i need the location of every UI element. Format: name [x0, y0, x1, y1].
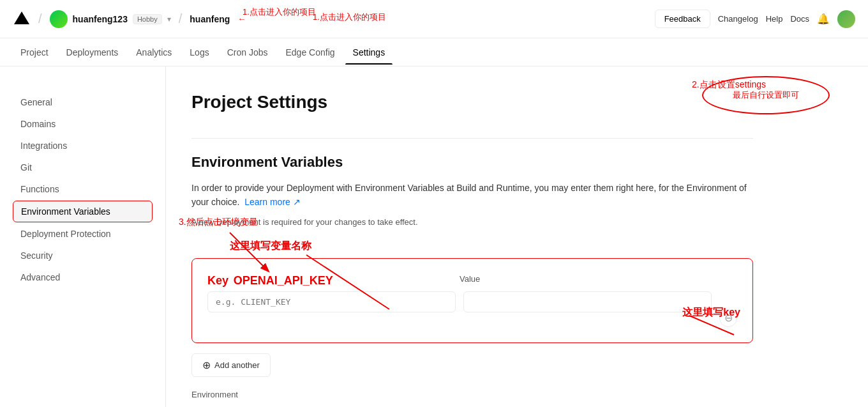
value-label: Value [460, 274, 704, 288]
nav-deployments[interactable]: Deployments [59, 41, 126, 64]
feedback-button[interactable]: Feedback [655, 10, 710, 28]
nav-analytics[interactable]: Analytics [128, 41, 179, 64]
env-form-row: ⊖ [207, 291, 737, 327]
add-another-label: Add another [214, 360, 260, 370]
sidebar-item-env-vars[interactable]: Environment Variables [13, 201, 153, 222]
separator-1: / [38, 12, 42, 26]
nav-project[interactable]: Project [13, 41, 56, 64]
key-input[interactable] [207, 291, 456, 312]
value-field-group [463, 291, 712, 312]
sidebar: General Domains Integrations Git Functio… [0, 66, 166, 407]
chevron-down-icon[interactable]: ▾ [167, 15, 171, 24]
sidebar-item-domains[interactable]: Domains [13, 114, 153, 134]
content-wrapper: Project Settings Environment Variables I… [166, 66, 868, 407]
environment-label: Environment [191, 390, 753, 399]
sidebar-item-functions[interactable]: Functions [13, 179, 153, 199]
nav-bar: Project Deployments Analytics Logs Cron … [0, 38, 868, 66]
nav-cron-jobs[interactable]: Cron Jobs [220, 41, 276, 64]
value-input[interactable] [463, 291, 712, 312]
env-var-form: Key OPENAI_API_KEY Value ⊖ [191, 258, 753, 343]
sidebar-item-advanced[interactable]: Advanced [13, 267, 153, 288]
separator-2: / [179, 12, 183, 26]
annotation-fill-name-row: 这里填写变量名称 [191, 240, 753, 253]
sidebar-item-deployment-protection[interactable]: Deployment Protection [13, 224, 153, 244]
key-value-annotation: OPENAI_API_KEY [234, 274, 333, 287]
svg-marker-0 [14, 12, 29, 24]
content-area: Project Settings Environment Variables I… [166, 66, 779, 407]
nav-settings[interactable]: Settings [345, 41, 393, 64]
notifications-icon[interactable]: 🔔 [817, 13, 830, 25]
header: / huanfeng123 Hobby ▾ / huanfeng ← Feedb… [0, 0, 868, 38]
annotation-step1: 1.点击进入你的项目 [243, 6, 316, 18]
project-name[interactable]: huanfeng [190, 14, 230, 24]
nav-edge-config[interactable]: Edge Config [278, 41, 342, 64]
page-title: Project Settings [191, 92, 753, 112]
header-left: / huanfeng123 Hobby ▾ / huanfeng ← [13, 9, 647, 29]
add-icon: ⊕ [202, 359, 211, 371]
key-field-group [207, 291, 456, 312]
help-link[interactable]: Help [766, 14, 783, 24]
user-menu-avatar[interactable] [837, 10, 855, 28]
remove-env-var-button[interactable]: ⊖ [719, 309, 737, 327]
deployment-note: A new Deployment is required for your ch… [191, 217, 753, 227]
divider [191, 138, 753, 139]
env-section-desc: In order to provide your Deployment with… [191, 181, 753, 210]
env-label-row: Key OPENAI_API_KEY Value [207, 274, 737, 288]
env-section-title: Environment Variables [191, 154, 753, 171]
docs-link[interactable]: Docs [790, 14, 809, 24]
sidebar-item-general[interactable]: General [13, 92, 153, 112]
user-avatar-small [50, 10, 68, 28]
user-name[interactable]: huanfeng123 [73, 14, 128, 24]
header-right: Feedback Changelog Help Docs 🔔 [655, 10, 855, 28]
sidebar-item-security[interactable]: Security [13, 245, 153, 266]
changelog-link[interactable]: Changelog [718, 14, 758, 24]
key-label-annotation: Key [207, 274, 228, 287]
vercel-logo [13, 9, 31, 29]
sidebar-item-integrations[interactable]: Integrations [13, 135, 153, 156]
nav-logs[interactable]: Logs [182, 41, 216, 64]
main-layout: General Domains Integrations Git Functio… [0, 66, 868, 407]
sidebar-item-git[interactable]: Git [13, 157, 153, 178]
annotation-fill-name: 这里填写变量名称 [230, 240, 311, 251]
add-another-button[interactable]: ⊕ Add another [191, 353, 271, 377]
learn-more-link[interactable]: Learn more ↗ [244, 197, 300, 207]
hobby-badge: Hobby [133, 14, 162, 24]
